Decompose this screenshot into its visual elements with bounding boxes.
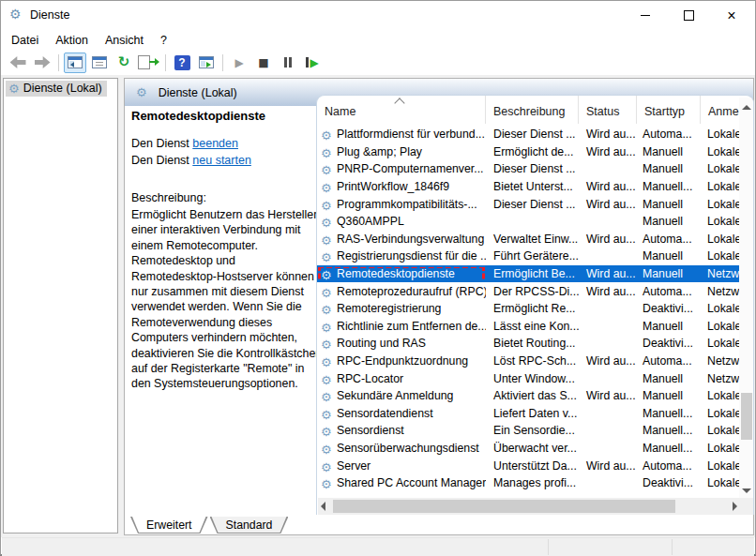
service-name-cell: ⚙ RPC-Endpunktzuordnung	[317, 354, 486, 368]
back-button[interactable]	[7, 53, 29, 73]
service-gear-icon: ⚙	[321, 356, 332, 368]
services-window: ⚙ Dienste × Datei Aktion Ansicht ? ↻ ?	[0, 0, 756, 556]
scroll-left-icon[interactable]	[321, 502, 325, 511]
service-starttype-cell: Automa...	[637, 459, 701, 473]
service-description-cell: Unterstützt Da...	[486, 459, 579, 473]
forward-icon	[35, 56, 51, 68]
service-description-cell: Verwaltet Einw...	[486, 233, 579, 246]
export-list-icon	[138, 55, 150, 69]
console-tree-icon	[68, 56, 83, 68]
start-service-icon: ▶	[234, 56, 243, 69]
service-gear-icon: ⚙	[321, 426, 332, 437]
show-action-pane-button[interactable]	[195, 53, 218, 73]
service-row[interactable]: ⚙ Sensorüberwachungsdienst Überwacht ver…	[317, 440, 740, 458]
column-header-anmelden[interactable]: Anmel	[701, 96, 740, 124]
tab-erweitert[interactable]: Erweitert	[130, 517, 208, 533]
export-list-button[interactable]	[137, 53, 160, 73]
service-row[interactable]: ⚙ Remoteregistrierung Ermöglicht Re... D…	[317, 300, 740, 318]
service-name-cell: ⚙ Plattformdienst für verbund...	[317, 128, 486, 141]
service-row[interactable]: ⚙ RPC-Locator Unter Window... Manuell Ne…	[317, 369, 740, 387]
horizontal-scrollbar[interactable]	[318, 498, 740, 515]
window-title: Dienste	[30, 8, 69, 22]
stop-service-button[interactable]: ■	[252, 53, 275, 73]
service-starttype-cell: Automa...	[637, 128, 701, 141]
minimize-button[interactable]	[624, 1, 667, 30]
scroll-up-icon[interactable]	[742, 105, 751, 110]
service-gear-icon: ⚙	[321, 304, 332, 315]
service-name-cell: ⚙ Q360AMPPL	[317, 215, 486, 228]
service-starttype-cell: Manuell	[637, 267, 701, 280]
restart-service-button[interactable]: ▶	[301, 53, 324, 73]
service-row[interactable]: ⚙ Remoteprozeduraufruf (RPC) Der RPCSS-D…	[317, 282, 740, 300]
service-status-cell: Wird au...	[579, 198, 637, 211]
column-header-beschreibung[interactable]: Beschreibung	[486, 96, 579, 124]
stop-service-link[interactable]: beenden	[192, 137, 238, 150]
service-starttype-cell: Manuell	[637, 162, 701, 175]
service-row[interactable]: ⚙ Sensordienst Ein Sensordie... Manuell.…	[317, 422, 740, 440]
start-service-button[interactable]: ▶	[228, 53, 250, 73]
service-row[interactable]: ⚙ Q360AMPPL Manuell Lokale	[317, 213, 740, 231]
service-logon-cell: Lokale	[701, 145, 740, 158]
service-description-cell: Manages profi...	[486, 476, 579, 489]
vertical-scroll-thumb[interactable]	[741, 393, 752, 440]
properties-button[interactable]	[88, 53, 111, 73]
service-description-cell: Ermöglicht de...	[486, 145, 579, 158]
help-button[interactable]: ?	[171, 53, 193, 73]
service-logon-cell: Lokale	[701, 128, 740, 141]
forward-button[interactable]	[31, 53, 53, 73]
service-row[interactable]: ⚙ Programmkompatibilitäts-... Dieser Die…	[317, 195, 740, 213]
service-status-cell: Wird au...	[579, 128, 637, 141]
service-row[interactable]: ⚙ Remotedesktopdienste Ermöglicht Be... …	[317, 265, 740, 283]
service-starttype-cell: Manuell	[637, 320, 701, 333]
service-row[interactable]: ⚙ Sekundäre Anmeldung Aktiviert das S...…	[317, 387, 740, 405]
service-row[interactable]: ⚙ Plattformdienst für verbund... Dieser …	[317, 126, 740, 143]
service-description-cell: Ein Sensordie...	[486, 424, 579, 437]
menu-bar: Datei Aktion Ansicht ?	[1, 30, 755, 50]
service-name-cell: ⚙ Remotedesktopdienste	[317, 267, 486, 280]
service-logon-cell: Lokale	[701, 233, 740, 246]
menu-aktion[interactable]: Aktion	[47, 32, 97, 49]
stop-link-prefix: Den Dienst	[131, 137, 192, 150]
tree-item-dienste-lokal[interactable]: ⚙ Dienste (Lokal)	[6, 81, 107, 97]
menu-ansicht[interactable]: Ansicht	[97, 32, 152, 49]
service-name-cell: ⚙ Sekundäre Anmeldung	[317, 389, 486, 402]
service-row[interactable]: ⚙ RPC-Endpunktzuordnung Löst RPC-Sch... …	[317, 353, 740, 370]
services-list: Name Beschreibung Status Starttyp Anmel …	[316, 95, 754, 515]
service-row[interactable]: ⚙ Plug &amp; Play Ermöglicht de... Wird …	[317, 143, 740, 161]
service-row[interactable]: ⚙ Richtlinie zum Entfernen de... Lässt e…	[317, 318, 740, 336]
vertical-scrollbar[interactable]	[739, 98, 754, 499]
service-row[interactable]: ⚙ Sensordatendienst Liefert Daten v... M…	[317, 405, 740, 423]
service-description-cell: Löst RPC-Sch...	[486, 354, 579, 368]
service-row[interactable]: ⚙ Server Unterstützt Da... Wird au... Au…	[317, 457, 740, 474]
status-bar	[2, 537, 754, 556]
service-description-cell: Ermöglicht Re...	[486, 302, 579, 315]
service-row[interactable]: ⚙ RAS-Verbindungsverwaltung Verwaltet Ei…	[317, 231, 740, 248]
pause-service-button[interactable]	[277, 53, 299, 73]
scroll-down-icon[interactable]	[742, 488, 751, 493]
refresh-button[interactable]: ↻	[113, 53, 135, 73]
service-row[interactable]: ⚙ Routing und RAS Bietet Routing... Deak…	[317, 335, 740, 353]
service-status-cell: Wird au...	[579, 267, 637, 280]
services-pane: ⚙ Dienste (Lokal) Remotedesktopdienste D…	[124, 78, 754, 535]
menu-hilfe[interactable]: ?	[152, 32, 175, 49]
service-description-cell: Aktiviert das S...	[486, 389, 579, 402]
service-row[interactable]: ⚙ PNRP-Computernamenver... Dieser Dienst…	[317, 160, 740, 178]
service-row[interactable]: ⚙ PrintWorkflow_1846f9 Bietet Unterst...…	[317, 178, 740, 196]
scroll-right-icon[interactable]	[733, 502, 737, 511]
service-starttype-cell: Manuell...	[637, 442, 701, 455]
close-button[interactable]: ×	[710, 1, 753, 30]
horizontal-scroll-thumb[interactable]	[333, 500, 675, 513]
service-starttype-cell: Automa...	[637, 285, 701, 298]
column-header-status[interactable]: Status	[579, 96, 637, 124]
show-console-tree-button[interactable]	[64, 53, 86, 73]
service-gear-icon: ⚙	[321, 287, 332, 298]
menu-datei[interactable]: Datei	[3, 32, 47, 49]
tab-standard-label: Standard	[210, 517, 289, 533]
restart-service-link[interactable]: neu starten	[192, 154, 251, 167]
toolbar: ↻ ? ▶ ■ ▶	[1, 50, 755, 76]
column-header-starttyp[interactable]: Starttyp	[637, 96, 701, 124]
service-row[interactable]: ⚙ Registrierungsdienst für die ... Führt…	[317, 248, 740, 265]
maximize-button[interactable]	[667, 1, 710, 30]
tab-standard[interactable]: Standard	[210, 517, 289, 533]
service-row[interactable]: ⚙ Shared PC Account Manager Manages prof…	[317, 474, 740, 492]
